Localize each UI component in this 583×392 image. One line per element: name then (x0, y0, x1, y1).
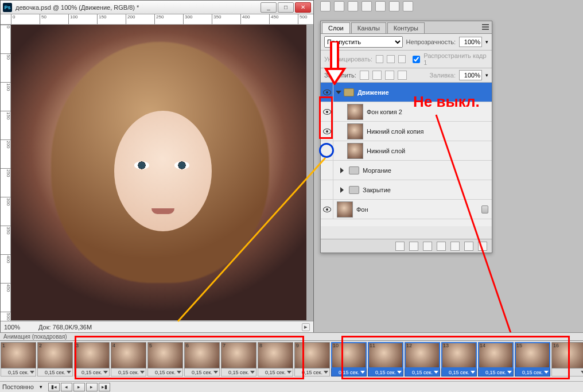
frame-thumbnail[interactable] (37, 342, 73, 368)
titlebar[interactable]: Ps девочка.psd @ 100% (Движение, RGB/8) … (1, 1, 313, 14)
chevron-down-icon[interactable] (324, 371, 328, 374)
animation-frame[interactable]: 20,15 сек. (37, 342, 73, 377)
layer-name[interactable]: Нижний слой (367, 148, 405, 154)
chevron-down-icon[interactable] (67, 371, 71, 374)
frame-delay[interactable]: 0,15 сек. (478, 368, 514, 377)
animation-frame[interactable]: 80,15 сек. (258, 342, 293, 377)
unify-visibility-icon[interactable] (387, 55, 394, 63)
chevron-down-icon[interactable] (360, 371, 365, 374)
chevron-down-icon[interactable] (103, 371, 108, 374)
frame-delay[interactable]: 0,15 сек. (184, 368, 220, 377)
loop-mode[interactable]: Постоянно (2, 383, 34, 390)
layer-name[interactable]: Фон (356, 206, 368, 213)
chevron-down-icon[interactable] (434, 371, 438, 374)
frame-thumbnail[interactable] (74, 342, 110, 368)
chevron-down-icon[interactable] (544, 371, 549, 374)
chevron-down-icon[interactable]: ▾ (485, 39, 488, 45)
animation-frame[interactable]: 90,15 сек. (294, 342, 330, 377)
frame-delay[interactable]: 0,15 сек. (74, 368, 110, 377)
frame-delay[interactable]: 0,15 сек. (111, 368, 146, 377)
zoom-field[interactable]: 100% (4, 324, 33, 331)
visibility-toggle[interactable] (321, 141, 333, 160)
visibility-toggle[interactable] (321, 180, 333, 199)
animation-frame[interactable]: 50,15 сек. (147, 342, 183, 377)
chevron-down-icon[interactable] (30, 371, 34, 374)
chevron-down-icon[interactable] (581, 371, 583, 374)
distribute-icon[interactable] (362, 1, 372, 11)
maximize-button[interactable]: □ (278, 2, 294, 13)
animation-frame[interactable]: 60,15 сек. (184, 342, 220, 377)
chevron-down-icon[interactable] (471, 371, 475, 374)
chevron-down-icon[interactable] (213, 371, 218, 374)
animation-frame[interactable]: 110,15 сек. (368, 342, 403, 377)
animation-frame[interactable]: 16 (551, 342, 583, 377)
align-icon[interactable] (348, 1, 358, 11)
frame-thumbnail[interactable] (184, 342, 220, 368)
visibility-toggle[interactable] (321, 122, 333, 141)
lock-position-icon[interactable] (385, 71, 394, 80)
tab-layers[interactable]: Слои (322, 22, 350, 33)
frame-delay[interactable]: 0,15 сек. (258, 368, 293, 377)
frame-thumbnail[interactable] (1, 342, 36, 368)
animation-frame[interactable]: 100,15 сек. (331, 342, 367, 377)
align-icon[interactable] (334, 1, 344, 11)
animation-frame[interactable]: 120,15 сек. (405, 342, 440, 377)
chevron-down-icon[interactable] (287, 371, 292, 374)
frames-strip[interactable]: 10,15 сек.20,15 сек.30,15 сек.40,15 сек.… (0, 341, 583, 381)
minimize-button[interactable]: _ (261, 2, 277, 13)
play-button[interactable]: ▸ (73, 383, 85, 391)
lock-all-icon[interactable] (398, 71, 407, 80)
lock-image-icon[interactable] (372, 71, 382, 80)
frame-delay[interactable]: 0,15 сек. (221, 368, 256, 377)
layer-row[interactable]: Фон (321, 200, 492, 219)
tool-icon[interactable] (403, 1, 413, 11)
close-button[interactable]: ✕ (295, 2, 311, 13)
disclosure-triangle-icon[interactable] (340, 168, 347, 173)
panel-menu-icon[interactable] (480, 22, 491, 32)
layer-thumbnail[interactable] (337, 201, 353, 218)
frame-delay[interactable]: 0,15 сек. (515, 368, 550, 377)
statusbar-menu-icon[interactable]: ▸ (302, 323, 310, 331)
frame-delay[interactable]: 0,15 сек. (147, 368, 183, 377)
frame-thumbnail[interactable] (258, 342, 293, 368)
animation-frame[interactable]: 130,15 сек. (441, 342, 477, 377)
animation-frame[interactable]: 150,15 сек. (515, 342, 550, 377)
animation-frame[interactable]: 70,15 сек. (221, 342, 256, 377)
animation-frame[interactable]: 40,15 сек. (111, 342, 146, 377)
distribute-icon[interactable] (375, 1, 386, 11)
fill-field[interactable]: 100% (459, 70, 482, 80)
tab-channels[interactable]: Каналы (351, 22, 386, 33)
frame-delay[interactable]: 0,15 сек. (405, 368, 440, 377)
mask-icon[interactable] (423, 242, 432, 251)
frame-delay[interactable]: 0,15 сек. (368, 368, 403, 377)
frame-delay[interactable]: 0,15 сек. (331, 368, 367, 377)
chevron-down-icon[interactable] (397, 371, 402, 374)
first-frame-button[interactable]: ▮◂ (48, 383, 60, 391)
last-frame-button[interactable]: ▸▮ (99, 383, 110, 391)
layer-thumbnail[interactable] (347, 143, 363, 159)
animation-frame[interactable]: 140,15 сек. (478, 342, 514, 377)
align-icon[interactable] (320, 1, 331, 11)
next-frame-button[interactable]: ▸ (86, 383, 98, 391)
visibility-toggle[interactable] (321, 161, 333, 180)
visibility-toggle[interactable] (321, 200, 333, 219)
distribute-icon[interactable] (389, 1, 399, 11)
layer-name[interactable]: Моргание (363, 167, 391, 174)
frame-thumbnail[interactable] (221, 342, 256, 368)
layer-thumbnail[interactable] (347, 123, 363, 139)
canvas[interactable] (11, 25, 313, 321)
layer-row[interactable]: Закрытие (321, 180, 492, 200)
frame-thumbnail[interactable] (147, 342, 183, 368)
new-layer-icon[interactable] (464, 242, 473, 251)
ruler-horizontal[interactable]: 050100150200250300350400450500 (1, 14, 313, 25)
layer-name[interactable]: Закрытие (363, 187, 391, 193)
layer-name[interactable]: Фон копия 2 (367, 108, 402, 115)
frame-thumbnail[interactable] (294, 342, 330, 368)
chevron-down-icon[interactable] (140, 371, 145, 374)
fx-icon[interactable] (409, 242, 418, 251)
animation-frame[interactable]: 10,15 сек. (1, 342, 36, 377)
unify-position-icon[interactable] (376, 55, 383, 63)
blend-mode-select[interactable]: Пропустить (324, 36, 403, 48)
link-icon[interactable] (395, 242, 405, 251)
layer-row[interactable]: Нижний слой (321, 141, 492, 161)
